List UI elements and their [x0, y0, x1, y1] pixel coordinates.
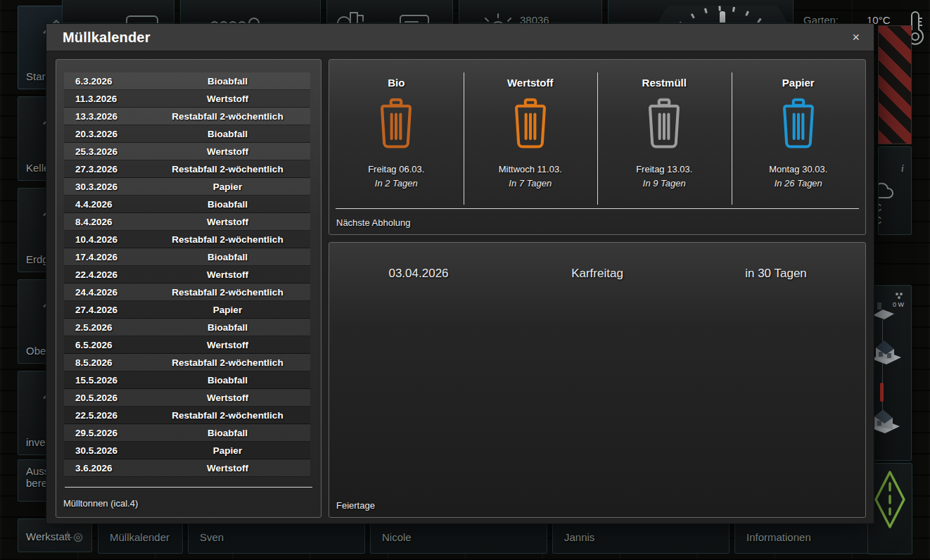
schedule-row[interactable]: 2.5.2026 Bioabfall [64, 319, 310, 336]
trash-bin-icon [510, 98, 551, 153]
schedule-row[interactable]: 13.3.2026 Restabfall 2-wöchentlich [64, 108, 310, 125]
schedule-row[interactable]: 29.5.2026 Bioabfall [64, 424, 310, 442]
pickup-date: 30.3.2026 [64, 182, 145, 192]
bin-column[interactable]: Restmüll Freitag 13.03. In 9 Tagen [597, 60, 732, 210]
sidebar-item-label: Werkstatt [26, 530, 70, 542]
top-tile-gauge[interactable] [608, 0, 794, 23]
waste-type: Bioabfall [145, 252, 310, 262]
muellkalender-dialog: Müllkalender × 6.3.2026 Bioabfall 11.3.2… [46, 23, 874, 524]
tab-nicole[interactable]: Nicole [370, 521, 547, 554]
tab-label: Informationen [746, 531, 811, 543]
temperature-cut-value: C [878, 215, 881, 226]
holiday-row[interactable]: 03.04.2026 Karfreitag in 30 Tagen [329, 264, 865, 284]
schedule-row[interactable]: 27.3.2026 Restabfall 2-wöchentlich [64, 160, 310, 178]
schedule-row[interactable]: 24.4.2026 Restabfall 2-wöchentlich [64, 284, 310, 301]
holidays-panel: 03.04.2026 Karfreitag in 30 Tagen Feiert… [329, 242, 866, 518]
waste-type: Restabfall 2-wöchentlich [145, 410, 310, 421]
temperature-cut-value: C [878, 202, 881, 213]
schedule-row[interactable]: 22.4.2026 Wertstoff [64, 266, 310, 284]
top-tile-display[interactable] [62, 0, 174, 23]
pickup-date: 6.3.2026 [64, 76, 145, 87]
schedule-row[interactable]: 25.3.2026 Wertstoff [64, 143, 310, 160]
schedule-row[interactable]: 8.4.2026 Wertstoff [64, 213, 310, 231]
schedule-row[interactable]: 20.3.2026 Bioabfall [64, 125, 310, 143]
schedule-row[interactable]: 27.4.2026 Papier [64, 301, 310, 319]
waste-type: Wertstoff [145, 340, 310, 350]
top-tile-brightness[interactable]: 38036 [459, 0, 602, 23]
dialog-header: Müllkalender × [46, 24, 874, 51]
battery-level-bar [880, 383, 884, 402]
waste-type: Wertstoff [145, 146, 310, 157]
schedule-row[interactable]: 8.5.2026 Restabfall 2-wöchentlich [64, 354, 310, 371]
schedule-list: 6.3.2026 Bioabfall 11.3.2026 Wertstoff 1… [64, 72, 310, 477]
waste-type: Bioabfall [145, 76, 310, 87]
bin-pickup-date: Mittwoch 11.03. [499, 164, 562, 174]
tab-jannis[interactable]: Jannis [552, 521, 730, 554]
schedule-row[interactable]: 15.5.2026 Bioabfall [64, 371, 310, 389]
pickup-date: 8.5.2026 [64, 357, 145, 368]
schedule-row[interactable]: 22.5.2026 Restabfall 2-wöchentlich [64, 407, 310, 424]
gauge-icon [645, 6, 794, 23]
bin-pickup-date: Freitag 13.03. [636, 164, 692, 174]
pickup-date: 27.3.2026 [64, 164, 145, 174]
bin-column[interactable]: Papier Montag 30.03. In 26 Tagen [732, 60, 866, 210]
weather-info-tile[interactable]: i C C [878, 146, 912, 235]
pickup-date: 27.4.2026 [64, 305, 145, 315]
schedule-row[interactable]: 3.6.2026 Wertstoff [64, 459, 310, 477]
schedule-row[interactable]: 17.4.2026 Bioabfall [64, 248, 310, 266]
waste-type: Bioabfall [145, 428, 310, 438]
pickup-date: 30.5.2026 [64, 445, 145, 456]
gear-icon [66, 529, 84, 543]
schedule-row[interactable]: 6.5.2026 Wertstoff [64, 336, 310, 354]
waste-type: Wertstoff [145, 94, 310, 104]
leaf-icon [872, 469, 907, 530]
tab-sven[interactable]: Sven [188, 521, 365, 554]
panel-divider [65, 487, 312, 488]
top-tile-heating[interactable] [180, 0, 321, 23]
pickup-date: 20.5.2026 [64, 393, 145, 403]
schedule-row[interactable]: 30.3.2026 Papier [64, 178, 310, 196]
bin-label: Papier [782, 77, 815, 89]
close-icon[interactable]: × [848, 28, 864, 46]
trash-bin-icon [644, 98, 684, 153]
energy-flow-tile[interactable]: 0 W [870, 285, 912, 461]
bin-pickup-date: Montag 30.03. [769, 164, 827, 174]
schedule-row[interactable]: 4.4.2026 Bioabfall [64, 196, 310, 213]
holidays-footer: Feiertage [336, 500, 375, 511]
solar-panel-icon [872, 301, 896, 319]
waste-type: Bioabfall [145, 375, 310, 386]
bin-column[interactable]: Bio Freitag 06.03. In 2 Tagen [329, 60, 464, 210]
pickup-date: 25.3.2026 [64, 146, 145, 157]
tab-muellkalender[interactable]: Müllkalender [98, 521, 183, 554]
schedule-row[interactable]: 6.3.2026 Bioabfall [64, 72, 310, 90]
schedule-row[interactable]: 20.5.2026 Wertstoff [64, 389, 310, 407]
waste-type: Bioabfall [145, 129, 310, 139]
schedule-row[interactable]: 30.5.2026 Papier [64, 442, 310, 459]
house-3d-icon [870, 335, 903, 364]
schedule-row[interactable]: 11.3.2026 Wertstoff [64, 90, 310, 108]
info-icon: i [901, 163, 904, 174]
waste-type: Bioabfall [145, 199, 310, 210]
top-tile-pump[interactable] [326, 0, 453, 23]
bin-column[interactable]: Wertstoff Mittwoch 11.03. In 7 Tagen [464, 60, 598, 210]
waste-type: Bioabfall [145, 322, 310, 333]
trash-bin-icon [778, 98, 819, 153]
pickup-date: 8.4.2026 [64, 217, 145, 227]
pickup-date: 15.5.2026 [64, 375, 145, 386]
pickup-date: 4.4.2026 [64, 199, 145, 210]
schedule-panel: 6.3.2026 Bioabfall 11.3.2026 Wertstoff 1… [56, 59, 321, 518]
waste-type: Wertstoff [145, 269, 310, 280]
bin-pickup-countdown: In 7 Tagen [509, 178, 552, 189]
pickup-date: 24.4.2026 [64, 287, 145, 298]
pickup-date: 29.5.2026 [64, 428, 145, 438]
pickup-date: 13.3.2026 [64, 111, 145, 122]
dialog-right-column: Bio Freitag 06.03. In 2 Tagen [329, 59, 866, 518]
schedule-footer: Mülltonnen (ical.4) [63, 498, 138, 509]
eco-icon [894, 291, 904, 300]
pickup-date: 2.5.2026 [64, 322, 145, 333]
bin-pickup-countdown: In 9 Tagen [643, 178, 686, 189]
bin-label: Restmüll [642, 77, 687, 89]
waste-type: Restabfall 2-wöchentlich [145, 164, 310, 174]
pickup-date: 10.4.2026 [64, 234, 145, 245]
schedule-row[interactable]: 10.4.2026 Restabfall 2-wöchentlich [64, 231, 310, 248]
